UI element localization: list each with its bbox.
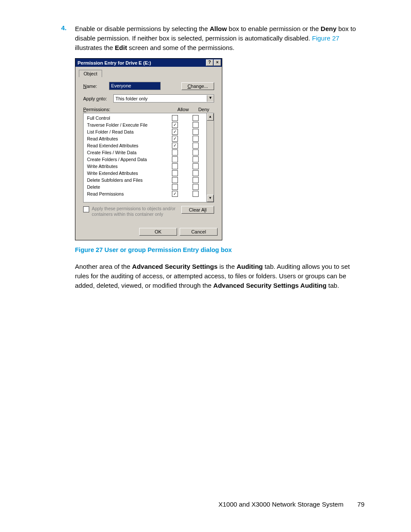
t: Edit — [115, 44, 127, 51]
allow-checkbox[interactable]: ✓ — [172, 143, 178, 149]
t: Advanced Security Settings — [132, 263, 218, 270]
permission-name: Delete — [87, 184, 165, 190]
close-icon[interactable]: × — [214, 59, 221, 66]
permission-row: Write Extended Attributes — [87, 170, 206, 177]
permissions-list: ▲ ▼ Full ControlTraverse Folder / Execut… — [83, 113, 214, 202]
step-4: 4. Enable or disable permissions by sele… — [61, 24, 364, 52]
apply-inherit-checkbox[interactable] — [83, 206, 89, 212]
permission-row: Read Permissions✓ — [87, 190, 206, 197]
scroll-up-icon[interactable]: ▲ — [207, 113, 214, 121]
figure-caption: Figure 27 User or group Permission Entry… — [75, 246, 364, 253]
deny-checkbox[interactable] — [193, 191, 199, 197]
deny-checkbox[interactable] — [193, 163, 199, 169]
permission-row: List Folder / Read Data✓ — [87, 128, 206, 135]
step-number: 4. — [61, 24, 75, 52]
t: box to enable permission or the — [227, 25, 321, 32]
permission-name: Full Control — [87, 115, 165, 121]
permission-entry-dialog: Permission Entry for Drive E (E:) ? × Ob… — [75, 58, 222, 240]
change-button[interactable]: Change... — [181, 82, 214, 90]
deny-checkbox[interactable] — [193, 136, 199, 142]
permission-name: Create Folders / Append Data — [87, 157, 165, 162]
t: Allow — [210, 25, 227, 32]
permission-name: List Folder / Read Data — [87, 129, 165, 134]
permission-name: Traverse Folder / Execute File — [87, 122, 165, 128]
apply-inherit-label: Apply these permissions to objects and/o… — [92, 206, 179, 217]
help-icon[interactable]: ? — [206, 59, 213, 66]
footer-text: X1000 and X3000 Network Storage System — [218, 501, 343, 508]
page-number: 79 — [357, 501, 364, 508]
allow-checkbox[interactable]: ✓ — [172, 191, 178, 197]
tab-object[interactable]: Object — [79, 70, 102, 77]
permission-row: Full Control — [87, 115, 206, 121]
allow-checkbox[interactable] — [172, 170, 178, 176]
deny-checkbox[interactable] — [193, 149, 199, 156]
allow-checkbox[interactable] — [172, 156, 178, 162]
t: Deny — [321, 25, 336, 32]
permission-row: Read Attributes✓ — [87, 135, 206, 142]
permission-name: Create Files / Write Data — [87, 150, 165, 155]
permissions-label: Permissions: — [83, 107, 173, 112]
t: screen and some of the permissions. — [127, 44, 234, 51]
t: tab. — [327, 282, 339, 289]
deny-checkbox[interactable] — [193, 170, 199, 176]
figure-link[interactable]: Figure 27 — [312, 34, 339, 42]
allow-checkbox[interactable]: ✓ — [172, 122, 178, 128]
deny-checkbox[interactable] — [193, 156, 199, 162]
t: Another area of the — [75, 263, 132, 270]
step-text: Enable or disable permissions by selecti… — [75, 24, 364, 52]
apply-onto-select[interactable]: This folder only ▼ — [113, 94, 214, 103]
t: illustrates the — [75, 44, 115, 51]
deny-checkbox[interactable] — [193, 129, 199, 135]
permission-row: Create Files / Write Data — [87, 149, 206, 156]
allow-checkbox[interactable] — [172, 184, 178, 190]
permission-row: Delete — [87, 184, 206, 190]
permission-name: Write Attributes — [87, 164, 165, 169]
deny-checkbox[interactable] — [193, 143, 199, 149]
col-allow: Allow — [173, 107, 193, 112]
permission-row: Traverse Folder / Execute File✓ — [87, 121, 206, 128]
deny-checkbox[interactable] — [193, 184, 199, 190]
page-footer: X1000 and X3000 Network Storage System 7… — [218, 501, 364, 508]
permission-name: Write Extended Attributes — [87, 171, 165, 176]
ok-button[interactable]: OK — [139, 228, 177, 236]
name-label: Name: — [83, 84, 109, 89]
permission-name: Read Permissions — [87, 191, 165, 196]
permission-name: Read Attributes — [87, 136, 165, 141]
allow-checkbox[interactable]: ✓ — [172, 129, 178, 135]
name-value: Everyone — [109, 82, 161, 90]
t: Advanced Security Settings Auditing — [213, 282, 327, 289]
cancel-button[interactable]: Cancel — [180, 228, 218, 236]
scroll-down-icon[interactable]: ▼ — [207, 195, 214, 202]
allow-checkbox[interactable] — [172, 149, 178, 156]
allow-checkbox[interactable] — [172, 163, 178, 169]
col-deny: Deny — [193, 107, 214, 112]
permission-row: Create Folders / Append Data — [87, 156, 206, 163]
allow-checkbox[interactable] — [172, 177, 178, 183]
permission-row: Delete Subfolders and Files — [87, 177, 206, 184]
t: Auditing — [237, 263, 263, 270]
chevron-down-icon[interactable]: ▼ — [207, 95, 214, 102]
dialog-title: Permission Entry for Drive E (E:) — [78, 60, 151, 65]
deny-checkbox[interactable] — [193, 122, 199, 128]
deny-checkbox[interactable] — [193, 177, 199, 183]
scrollbar[interactable]: ▲ ▼ — [206, 113, 214, 202]
permission-row: Read Extended Attributes✓ — [87, 142, 206, 149]
paragraph: Another area of the Advanced Security Se… — [75, 262, 364, 290]
t: is the — [218, 263, 237, 270]
allow-checkbox[interactable]: ✓ — [172, 136, 178, 142]
apply-onto-value: This folder only — [115, 96, 148, 101]
dialog-titlebar: Permission Entry for Drive E (E:) ? × — [75, 59, 222, 67]
apply-onto-label: Apply onto: — [83, 96, 113, 101]
deny-checkbox[interactable] — [193, 115, 199, 121]
permission-name: Read Extended Attributes — [87, 143, 165, 148]
permission-name: Delete Subfolders and Files — [87, 177, 165, 183]
t: Enable or disable permissions by selecti… — [75, 25, 210, 32]
clear-all-button[interactable]: Clear All — [181, 206, 214, 214]
permission-row: Write Attributes — [87, 163, 206, 170]
allow-checkbox[interactable] — [172, 115, 178, 121]
